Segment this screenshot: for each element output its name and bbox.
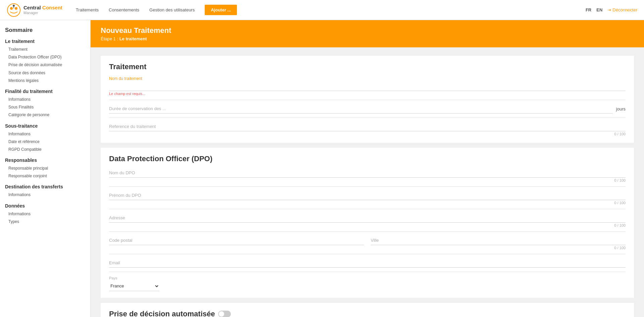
adresse-field: 0 / 100 xyxy=(109,213,626,227)
nav-gestion-utilisateurs[interactable]: Gestion des utilisateurs xyxy=(149,7,195,12)
separator-2 xyxy=(109,118,626,118)
step-name: Le traitement xyxy=(119,36,147,41)
sidebar-item-donnees-informations[interactable]: Informations xyxy=(5,210,85,218)
content-area: Nouveau Traitement Étape 1 : Le traiteme… xyxy=(91,20,644,317)
nom-traitement-field: Nom du traitement Le champ est requis... xyxy=(109,76,626,96)
sidebar-item-traitement[interactable]: Traitement xyxy=(5,46,85,53)
sidebar-section-finalite: Finalité du traitement xyxy=(5,89,85,94)
sidebar-item-mentions-legales[interactable]: Mentions légales xyxy=(5,77,85,85)
sidebar-section-destination: Destination des transferts xyxy=(5,184,85,189)
sidebar-item-date-reference[interactable]: Date et référence xyxy=(5,138,85,146)
sidebar-item-prise-decision[interactable]: Prise de décision automatisée xyxy=(5,61,85,69)
adresse-input[interactable] xyxy=(109,213,626,223)
email-field xyxy=(109,258,626,268)
adresse-counter: 0 / 100 xyxy=(109,223,626,227)
prise-decision-header: Prise de décision automatisée xyxy=(109,310,626,317)
nom-dpo-input[interactable] xyxy=(109,168,626,178)
lang-en-button[interactable]: EN xyxy=(596,7,602,12)
sidebar-item-categorie-personne[interactable]: Catégorie de personne xyxy=(5,111,85,119)
sidebar-item-destination-informations[interactable]: Informations xyxy=(5,191,85,199)
lang-fr-button[interactable]: FR xyxy=(586,7,591,12)
sidebar-item-dpo[interactable]: Data Protection Officer (DPO) xyxy=(5,53,85,61)
page-header-banner: Nouveau Traitement Étape 1 : Le traiteme… xyxy=(91,20,644,47)
logout-button[interactable]: ⇥ Déconnecter xyxy=(607,7,637,12)
sidebar-section-sous-traitance: Sous-traitance xyxy=(5,123,85,129)
separator-6 xyxy=(109,254,626,254)
sidebar-item-sous-traitance-informations[interactable]: Informations xyxy=(5,130,85,138)
separator-1 xyxy=(109,100,626,100)
prise-decision-toggle[interactable] xyxy=(218,311,231,317)
dpo-title: Data Protection Officer (DPO) xyxy=(109,154,626,163)
sidebar-section-responsables: Responsables xyxy=(5,157,85,163)
header-right: FR EN ⇥ Déconnecter xyxy=(586,7,637,12)
reference-field: 0 / 100 xyxy=(109,122,626,136)
ville-col xyxy=(371,236,626,245)
pays-field: Pays France Belgique Suisse Canada Autre… xyxy=(109,276,626,291)
separator-7 xyxy=(109,272,626,272)
main-nav: Traitements Consentements Gestion des ut… xyxy=(76,5,586,15)
logo: Central Consent Manager xyxy=(7,3,62,17)
separator-3 xyxy=(109,186,626,187)
form-container: Traitement Nom du traitement Le champ es… xyxy=(91,47,644,317)
prenom-dpo-input[interactable] xyxy=(109,191,626,200)
sidebar-item-rgpd-compatible[interactable]: RGPD Compatible xyxy=(5,146,85,153)
traitement-section: Traitement Nom du traitement Le champ es… xyxy=(101,56,634,143)
code-postal-input[interactable] xyxy=(109,236,364,245)
svg-point-1 xyxy=(10,7,13,10)
ajouter-button[interactable]: Ajouter ... xyxy=(205,5,237,15)
ville-input[interactable] xyxy=(371,236,626,245)
duree-field: jours xyxy=(109,104,626,114)
nom-dpo-counter: 0 / 100 xyxy=(109,178,626,182)
sidebar-item-responsable-principal[interactable]: Responsable principal xyxy=(5,165,85,172)
svg-point-3 xyxy=(13,5,15,7)
nav-traitements[interactable]: Traitements xyxy=(76,7,99,12)
reference-input[interactable] xyxy=(109,122,626,131)
reference-counter: 0 / 100 xyxy=(109,132,626,136)
dpo-section: Data Protection Officer (DPO) 0 / 100 0 … xyxy=(101,148,634,298)
postal-ville-row xyxy=(109,236,626,245)
page-subtitle: Étape 1 : Le traitement xyxy=(101,36,634,41)
nom-traitement-error: Le champ est requis... xyxy=(109,92,626,96)
duree-input[interactable] xyxy=(109,104,613,114)
email-input[interactable] xyxy=(109,258,626,268)
sidebar-item-source-donnees[interactable]: Source des données xyxy=(5,69,85,77)
nom-dpo-field: 0 / 100 xyxy=(109,168,626,182)
duree-unit: jours xyxy=(616,106,626,111)
nom-traitement-input[interactable] xyxy=(109,82,626,91)
prise-decision-title: Prise de décision automatisée xyxy=(109,310,215,317)
sidebar-item-donnees-types[interactable]: Types xyxy=(5,218,85,226)
main-container: Sommaire Le traitement Traitement Data P… xyxy=(0,20,644,317)
nav-consentements[interactable]: Consentements xyxy=(109,7,139,12)
prenom-dpo-field: 0 / 100 xyxy=(109,191,626,205)
prise-decision-section: Prise de décision automatisée xyxy=(101,303,634,317)
postal-counter: 0 / 100 xyxy=(109,246,626,250)
separator-4 xyxy=(109,209,626,209)
main-header: Central Consent Manager Traitements Cons… xyxy=(0,0,644,20)
separator-5 xyxy=(109,231,626,232)
traitement-title: Traitement xyxy=(109,62,626,71)
svg-point-2 xyxy=(15,7,17,10)
sidebar-item-sous-finalites[interactable]: Sous Finalités xyxy=(5,103,85,111)
pays-select[interactable]: France Belgique Suisse Canada Autres xyxy=(109,281,159,291)
sidebar-section-donnees: Données xyxy=(5,203,85,209)
logout-icon: ⇥ xyxy=(607,7,611,12)
logout-label: Déconnecter xyxy=(612,7,637,12)
sidebar-item-finalite-informations[interactable]: Informations xyxy=(5,96,85,103)
code-postal-col xyxy=(109,236,364,245)
page-title: Nouveau Traitement xyxy=(101,26,634,35)
sidebar-section-le-traitement: Le traitement xyxy=(5,39,85,44)
step-label: Étape 1 : xyxy=(101,36,118,41)
logo-icon xyxy=(7,3,21,17)
prenom-dpo-counter: 0 / 100 xyxy=(109,201,626,205)
nom-traitement-label: Nom du traitement xyxy=(109,76,626,81)
sidebar: Sommaire Le traitement Traitement Data P… xyxy=(0,20,91,317)
sidebar-title: Sommaire xyxy=(5,27,85,34)
logo-text: Central Consent Manager xyxy=(23,5,62,15)
sidebar-item-responsable-conjoint[interactable]: Responsable conjoint xyxy=(5,172,85,180)
pays-label: Pays xyxy=(109,276,626,280)
